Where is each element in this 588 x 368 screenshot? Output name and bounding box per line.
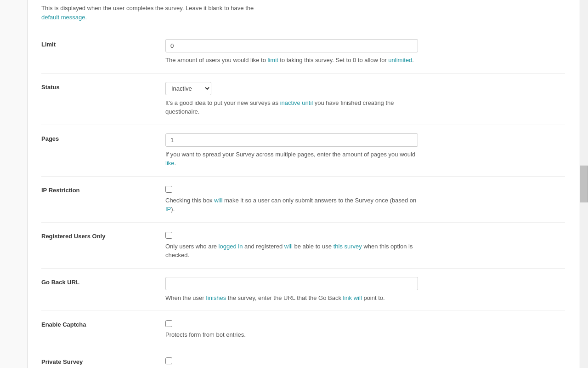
private-survey-label: Private Survey [41,356,165,365]
ip-restriction-checkbox[interactable] [165,186,172,193]
will-link[interactable]: will [214,197,222,204]
go-back-url-label: Go Back URL [41,277,165,286]
pages-description: If you want to spread your Survey across… [165,150,418,168]
will-link3[interactable]: will [354,294,362,301]
logged-in-link[interactable]: logged in [219,243,243,250]
enable-captcha-checkbox-wrap [165,319,565,327]
scrollbar-track [580,0,588,368]
right-sidebar [579,0,588,368]
like-link[interactable]: like [165,160,175,167]
registered-users-checkbox[interactable] [165,232,172,239]
this-survey-link[interactable]: this survey [334,243,362,250]
registered-users-description: Only users who are logged in and registe… [165,242,418,260]
pages-label: Pages [41,133,165,142]
enable-captcha-description: Protects form from bot entries. [165,330,418,339]
go-back-url-field: When the user finishes the survey, enter… [165,277,565,303]
ip-link[interactable]: IP [165,206,171,213]
unlimited-link[interactable]: unlimited [388,57,412,63]
private-survey-row: Private Survey Private Surveys can only … [41,348,565,368]
status-label: Status [41,82,165,91]
link-link[interactable]: link [343,294,352,301]
default-message-link[interactable]: default message. [41,14,87,21]
ip-restriction-row: IP Restriction Checking this box will ma… [41,177,565,223]
limit-link[interactable]: limit [268,57,278,63]
until-link[interactable]: until [302,99,313,106]
private-survey-checkbox[interactable] [165,357,172,364]
enable-captcha-label: Enable Captcha [41,319,165,328]
will-link2[interactable]: will [284,243,293,250]
ip-restriction-label: IP Restriction [41,185,165,194]
completion-message-description: This is displayed when the user complete… [41,0,565,31]
enable-captcha-field: Protects form from bot entries. [165,319,565,339]
enable-captcha-checkbox[interactable] [165,320,172,327]
registered-users-label: Registered Users Only [41,231,165,240]
registered-users-checkbox-wrap [165,231,565,239]
enable-captcha-row: Enable Captcha Protects form from bot en… [41,311,565,348]
limit-description: The amount of users you would like to li… [165,56,418,65]
limit-label: Limit [41,39,165,48]
main-content: This is displayed when the user complete… [28,0,579,368]
private-survey-checkbox-wrap [165,356,565,364]
status-description: It's a good idea to put your new surveys… [165,98,418,116]
go-back-url-input[interactable] [165,277,418,290]
registered-users-row: Registered Users Only Only users who are… [41,223,565,269]
limit-input[interactable] [165,39,418,52]
go-back-url-description: When the user finishes the survey, enter… [165,293,418,303]
go-back-url-row: Go Back URL When the user finishes the s… [41,269,565,311]
scrollbar-thumb[interactable] [580,166,588,202]
ip-restriction-description: Checking this box will make it so a user… [165,196,418,214]
private-survey-field: Private Surveys can only be access via t… [165,356,565,368]
finishes-link[interactable]: finishes [206,294,226,301]
status-row: Status Inactive Active It's a good idea … [41,74,565,125]
inactive-link[interactable]: inactive [280,99,300,106]
registered-users-field: Only users who are logged in and registe… [165,231,565,260]
ip-restriction-checkbox-wrap [165,185,565,193]
status-field: Inactive Active It's a good idea to put … [165,82,565,116]
pages-row: Pages If you want to spread your Survey … [41,125,565,177]
ip-restriction-field: Checking this box will make it so a user… [165,185,565,214]
pages-input[interactable] [165,133,418,147]
left-sidebar [0,0,28,368]
limit-row: Limit The amount of users you would like… [41,31,565,74]
status-select[interactable]: Inactive Active [165,82,211,95]
pages-field: If you want to spread your Survey across… [165,133,565,168]
limit-field: The amount of users you would like to li… [165,39,565,65]
